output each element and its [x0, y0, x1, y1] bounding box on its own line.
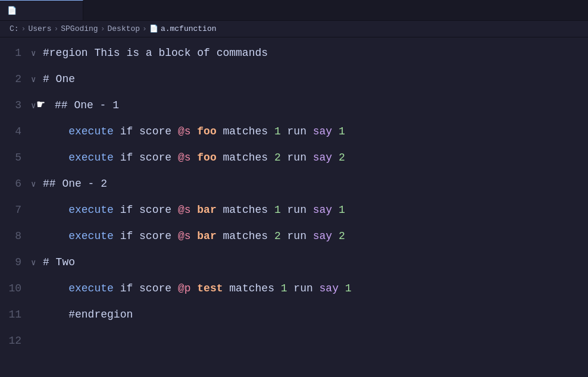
code-content-2: # One — [43, 66, 588, 92]
fold-arrow-3[interactable]: ∨ — [31, 93, 43, 119]
token: ## One - 1 — [55, 99, 119, 111]
token: @s — [178, 125, 191, 137]
token: 2 — [274, 230, 281, 242]
token — [332, 152, 339, 164]
token: execute — [68, 125, 114, 137]
code-line-2: 2∨# One — [0, 66, 588, 92]
code-line-6: 6∨## One - 2 — [0, 171, 588, 197]
token: matches — [223, 282, 281, 294]
code-line-9: 9∨# Two — [0, 249, 588, 275]
token: of — [197, 47, 210, 59]
token: say — [313, 204, 332, 216]
line-number-3: 3 — [0, 92, 31, 118]
token: bar — [197, 204, 216, 216]
line-number-6: 6 — [0, 171, 31, 197]
token: # One — [43, 73, 75, 85]
token: say — [313, 152, 332, 164]
code-line-10: 10∨ execute if score @p test matches 1 r… — [0, 275, 588, 301]
line-number-8: 8 — [0, 223, 31, 249]
code-content-3: ## One - 1 — [43, 92, 588, 118]
token: say — [320, 282, 339, 294]
token — [190, 230, 197, 242]
token — [190, 282, 197, 294]
breadcrumb-file-icon: 📄 — [149, 24, 158, 33]
code-content-10: execute if score @p test matches 1 run s… — [43, 275, 588, 301]
breadcrumb-sep-4: › — [142, 24, 147, 33]
token — [339, 282, 345, 294]
breadcrumb-drive: C: — [10, 24, 19, 33]
fold-arrow-6[interactable]: ∨ — [31, 171, 43, 197]
token: execute — [68, 204, 114, 216]
editor: 1∨#region This is a block of commands2∨#… — [0, 37, 588, 377]
fold-arrow-9[interactable]: ∨ — [31, 250, 43, 276]
token: say — [313, 125, 332, 137]
token — [190, 125, 197, 137]
code-content-5: execute if score @s foo matches 2 run sa… — [43, 144, 588, 171]
token: execute — [68, 230, 114, 242]
breadcrumb-sep-3: › — [101, 24, 105, 33]
token: matches — [217, 152, 274, 164]
token: @s — [178, 152, 191, 164]
line-number-1: 1 — [0, 40, 31, 66]
code-content-1: #region This is a block of commands — [43, 40, 588, 66]
breadcrumb-desktop: Desktop — [107, 24, 140, 33]
token: ## One - 2 — [43, 178, 107, 190]
token — [43, 204, 68, 216]
token: 2 — [339, 152, 345, 164]
token: say — [313, 230, 332, 242]
breadcrumb: C: › Users › SPGoding › Desktop › 📄 a.mc… — [0, 21, 588, 37]
fold-arrow-2[interactable]: ∨ — [31, 67, 43, 93]
token: if score — [114, 204, 178, 216]
token: #endregion — [68, 309, 133, 321]
breadcrumb-users: Users — [28, 24, 51, 33]
fold-arrow-1[interactable]: ∨ — [31, 40, 43, 67]
token: 2 — [274, 152, 281, 164]
token: bar — [197, 230, 216, 242]
token: run — [281, 152, 313, 164]
code-line-7: 7∨ execute if score @s bar matches 1 run… — [0, 197, 588, 223]
tab-file-icon: 📄 — [7, 6, 17, 15]
line-number-9: 9 — [0, 249, 31, 275]
token: matches — [217, 125, 274, 137]
token: @s — [178, 230, 191, 242]
token: 1 — [274, 125, 281, 137]
token — [332, 230, 339, 242]
breadcrumb-sep-2: › — [54, 24, 58, 33]
code-line-5: 5∨ execute if score @s foo matches 2 run… — [0, 144, 588, 171]
token: # Two — [43, 256, 75, 268]
token: test — [197, 282, 223, 294]
token — [43, 230, 68, 242]
line-number-4: 4 — [0, 118, 31, 144]
line-number-5: 5 — [0, 144, 31, 171]
code-line-3: 3∨## One - 1☛ — [0, 92, 588, 118]
token: run — [287, 282, 320, 294]
line-number-2: 2 — [0, 66, 31, 92]
code-line-12: 12∨ — [0, 328, 588, 354]
token: 1 — [339, 204, 345, 216]
token: execute — [68, 152, 114, 164]
token — [190, 152, 197, 164]
breadcrumb-sep-1: › — [21, 24, 26, 33]
code-line-4: 4∨ execute if score @s foo matches 1 run… — [0, 118, 588, 144]
breadcrumb-filename: a.mcfunction — [161, 24, 217, 33]
tab-mcfunction[interactable]: 📄 — [0, 0, 83, 20]
token: if score — [114, 230, 178, 242]
token: 1 — [345, 282, 352, 294]
token — [43, 282, 68, 294]
token — [190, 204, 197, 216]
token — [43, 152, 68, 164]
breadcrumb-spgoding: SPGoding — [61, 24, 98, 33]
line-number-7: 7 — [0, 197, 31, 223]
token — [332, 204, 339, 216]
token — [332, 125, 339, 137]
token: if score — [114, 125, 178, 137]
token: foo — [197, 125, 216, 137]
token: run — [281, 230, 313, 242]
code-line-8: 8∨ execute if score @s bar matches 2 run… — [0, 223, 588, 249]
token: @s — [178, 204, 191, 216]
token: foo — [197, 152, 216, 164]
token: if score — [114, 282, 178, 294]
token: 2 — [339, 230, 345, 242]
token: run — [281, 204, 313, 216]
tab-close-button[interactable] — [71, 10, 76, 12]
